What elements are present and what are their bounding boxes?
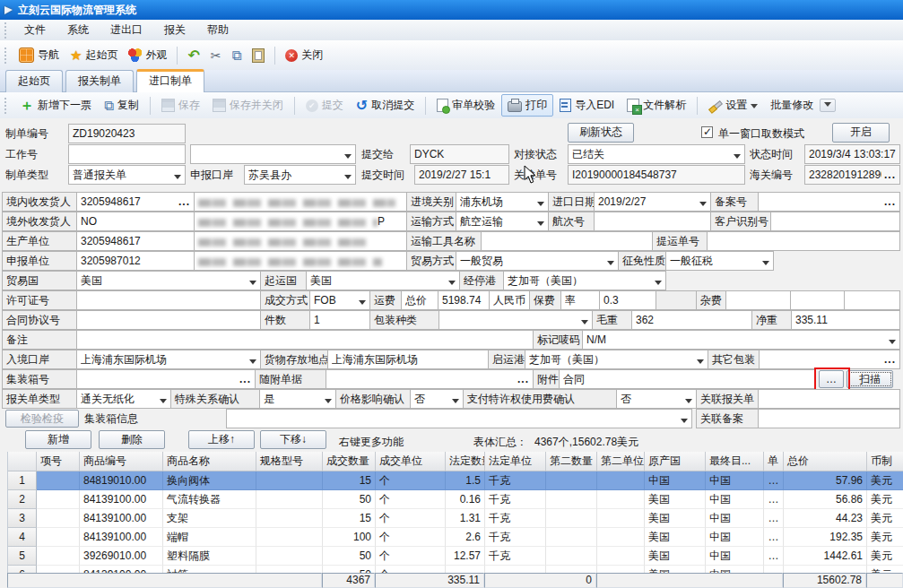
table-cell[interactable]: 美元 <box>867 509 903 528</box>
copy-doc-button[interactable]: ⧉复制 <box>98 94 145 117</box>
table-cell[interactable] <box>256 471 323 490</box>
table-cell[interactable]: … <box>764 509 784 528</box>
table-cell[interactable] <box>256 528 323 547</box>
trade-mode-select[interactable]: 一般贸易 <box>456 251 619 271</box>
overseas-name-field[interactable]: P <box>194 212 407 231</box>
table-cell[interactable]: 美元 <box>867 471 903 490</box>
table-cell[interactable]: 84819010.00 <box>80 471 163 490</box>
dock-status-select[interactable]: 已结关 <box>568 144 745 164</box>
menu-system[interactable]: 系统 <box>56 21 100 39</box>
voyage-no-field[interactable] <box>594 212 711 231</box>
column-header[interactable]: 法定数量 <box>446 452 485 471</box>
table-cell[interactable] <box>546 490 597 509</box>
row-header[interactable]: 2 <box>8 490 37 509</box>
tab-customs-docs[interactable]: 报关制单 <box>65 70 134 92</box>
table-cell[interactable] <box>546 471 597 490</box>
table-cell[interactable] <box>37 490 80 509</box>
column-header[interactable]: 第二数量 <box>546 452 597 471</box>
table-cell[interactable]: 塑料隔膜 <box>163 547 256 566</box>
special-relation-select[interactable]: 是 <box>259 389 336 409</box>
producer-field[interactable]: 3205948617 <box>76 231 195 251</box>
container-no-field[interactable] <box>76 369 256 389</box>
table-cell[interactable]: 个 <box>376 471 446 490</box>
table-cell[interactable]: 换向阀体 <box>163 471 256 490</box>
inspection-button[interactable]: 检验检疫 <box>5 410 79 428</box>
copy-button[interactable]: ⧉ <box>227 47 247 65</box>
entry-customs-select[interactable]: 浦东机场 <box>456 192 549 212</box>
doc-type-select[interactable]: 普通报关单 <box>68 165 186 185</box>
table-cell[interactable]: 美元 <box>867 528 903 547</box>
table-cell[interactable]: 中国 <box>706 528 764 547</box>
table-row[interactable]: 184819010.00换向阀体15个1.5千克中国中国…57.96美元 <box>8 471 903 490</box>
table-cell[interactable]: 0.16 <box>446 490 485 509</box>
row-header[interactable]: 4 <box>8 528 37 547</box>
table-cell[interactable]: 个 <box>376 547 446 566</box>
table-cell[interactable] <box>597 509 645 528</box>
overseas-field[interactable]: NO <box>76 212 195 231</box>
table-cell[interactable]: 美元 <box>867 490 903 509</box>
add-item-button[interactable]: 新增 <box>25 430 91 449</box>
table-cell[interactable]: 44.23 <box>784 509 867 528</box>
submit-to-field[interactable]: DYCK <box>410 144 509 164</box>
table-cell[interactable] <box>546 528 597 547</box>
table-cell[interactable]: 1.5 <box>446 471 485 490</box>
home-button[interactable]: ★起始页 <box>65 45 123 65</box>
appearance-button[interactable]: 外观 <box>123 45 172 65</box>
table-cell[interactable] <box>546 509 597 528</box>
import-edi-button[interactable]: 导入EDI <box>553 94 621 117</box>
toolbar-overflow-button[interactable] <box>820 99 836 112</box>
paste-button[interactable] <box>247 46 270 65</box>
gross-weight-field[interactable]: 362 <box>631 310 752 330</box>
settings-button[interactable]: 设置 <box>702 94 764 117</box>
save-close-button[interactable]: 保存并关闭 <box>206 94 290 117</box>
customs-insp-no-field[interactable]: I20190000184548737 <box>568 165 745 185</box>
client-id-field[interactable] <box>770 212 900 231</box>
batch-edit-button[interactable]: 批量修改 <box>764 94 820 117</box>
bill-no-field[interactable] <box>707 231 900 251</box>
table-cell[interactable]: 50 <box>323 490 376 509</box>
table-cell[interactable] <box>546 547 597 566</box>
table-cell[interactable]: 中国 <box>706 490 764 509</box>
container-info-field[interactable] <box>226 409 692 428</box>
file-parse-button[interactable]: 文件解析 <box>621 94 692 117</box>
table-row[interactable]: 539269010.00塑料隔膜50个12.57千克美国中国…1442.61美元 <box>8 547 903 566</box>
table-cell[interactable]: 192.35 <box>784 528 867 547</box>
submit-time-field[interactable]: 2019/2/27 15:1 <box>414 165 509 185</box>
attached-docs-field[interactable] <box>326 369 534 389</box>
table-cell[interactable]: 端帽 <box>163 528 256 547</box>
column-header[interactable]: 商品编号 <box>80 452 163 471</box>
table-row[interactable]: 384139100.00支架15个1.31千克美国中国…44.23美元 <box>8 509 903 528</box>
cut-button[interactable]: ✂ <box>205 47 227 65</box>
table-cell[interactable]: 39269010.00 <box>80 547 163 566</box>
pieces-field[interactable]: 1 <box>309 310 370 330</box>
tab-import-doc[interactable]: 进口制单 <box>136 69 204 92</box>
menu-file[interactable]: 文件 <box>13 21 56 39</box>
single-window-checkbox[interactable] <box>701 126 713 138</box>
license-no-field[interactable] <box>76 290 261 310</box>
table-cell[interactable]: 个 <box>376 490 446 509</box>
column-header[interactable]: 项号 <box>37 452 80 471</box>
row-header[interactable]: 1 <box>8 471 37 490</box>
ellipsis-button[interactable] <box>884 353 896 366</box>
table-cell[interactable]: 15 <box>323 471 376 490</box>
table-cell[interactable]: 15 <box>323 509 376 528</box>
table-cell[interactable]: 千克 <box>485 509 546 528</box>
table-cell[interactable] <box>37 509 80 528</box>
close-button[interactable]: ✕关闭 <box>280 45 328 65</box>
cancel-submit-button[interactable]: ↺取消提交 <box>350 94 421 117</box>
column-header[interactable]: 成交单位 <box>376 452 446 471</box>
freight-type-field[interactable]: 总价 <box>401 290 438 310</box>
decl-type-select[interactable]: 通关无纸化 <box>76 389 171 409</box>
table-cell[interactable]: 中国 <box>645 471 706 490</box>
scan-button[interactable]: 扫描 <box>847 370 893 388</box>
table-cell[interactable]: 中国 <box>706 547 764 566</box>
table-cell[interactable]: … <box>764 528 784 547</box>
table-cell[interactable]: 千克 <box>485 490 546 509</box>
table-cell[interactable]: 84139100.00 <box>80 509 163 528</box>
table-cell[interactable] <box>256 490 323 509</box>
open-button[interactable]: 开启 <box>832 123 890 143</box>
attachment-field[interactable]: 合同 <box>559 369 816 389</box>
customs-no-field[interactable]: 232820191289018625 <box>804 165 900 185</box>
column-header[interactable]: 法定单位 <box>485 452 546 471</box>
audit-button[interactable]: 审单校验 <box>430 94 501 117</box>
